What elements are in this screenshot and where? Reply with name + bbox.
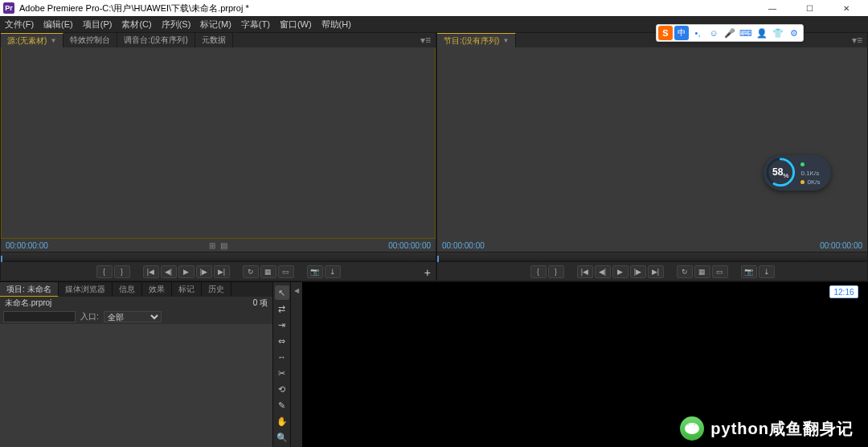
wechat-icon (680, 416, 704, 441)
project-filter-row: 入口: 全部 (0, 310, 272, 324)
menu-file[interactable]: 文件(F) (5, 18, 34, 31)
goto-out-button[interactable]: ▶| (214, 265, 230, 278)
project-info-row: 未命名.prproj 0 项 (0, 297, 272, 310)
tab-audio-mixer[interactable]: 调音台:(没有序列) (117, 33, 194, 47)
mark-in-button[interactable]: { (530, 265, 547, 278)
tab-markers[interactable]: 标记 (172, 282, 202, 297)
maximize-button[interactable]: ☐ (791, 0, 828, 16)
step-fwd-button[interactable]: |▶ (630, 265, 646, 278)
close-button[interactable]: ✕ (828, 0, 865, 16)
ime-toolbar[interactable]: S 中 •, ☺ 🎤 ⌨ 👤 👕 ⚙ (656, 24, 804, 42)
tool-slip[interactable]: ⟲ (275, 382, 289, 396)
timeline-collapse-handle[interactable] (291, 282, 302, 447)
goto-out-button[interactable]: ▶| (648, 265, 664, 278)
fit-icon[interactable]: ⊞ (209, 241, 215, 250)
mark-out-button[interactable]: } (114, 265, 130, 278)
performance-gauge-widget[interactable]: 58% 0.1K/s 0K/s (764, 155, 831, 191)
chevron-down-icon[interactable]: ▼ (50, 37, 56, 44)
filter-select[interactable]: 全部 (104, 311, 162, 322)
play-button[interactable]: ▶ (612, 265, 628, 278)
program-tc-in[interactable]: 00:00:00:00 (442, 241, 485, 250)
output-button[interactable]: ▭ (278, 265, 294, 278)
step-back-button[interactable]: ◀| (595, 265, 611, 278)
loop-button[interactable]: ↻ (243, 265, 259, 278)
menu-sequence[interactable]: 序列(S) (162, 18, 191, 31)
tool-ripple-edit[interactable]: ⇥ (275, 318, 289, 332)
project-panel: 项目: 未命名 媒体浏览器 信息 效果 标记 历史 未命名.prproj 0 项… (0, 282, 273, 447)
tool-hand[interactable]: ✋ (275, 414, 289, 429)
panel-menu-icon[interactable]: ▾≡ (847, 35, 867, 46)
source-time-ruler[interactable] (1, 252, 436, 261)
goto-in-button[interactable]: |◀ (577, 265, 593, 278)
tool-rate-stretch[interactable]: ↔ (275, 350, 289, 364)
tab-metadata[interactable]: 元数据 (195, 33, 233, 47)
tool-selection[interactable]: ↖ (275, 285, 289, 300)
tool-razor[interactable]: ✂ (275, 366, 289, 380)
tool-pen[interactable]: ✎ (275, 398, 289, 412)
step-fwd-button[interactable]: |▶ (196, 265, 212, 278)
ime-softkbd-button[interactable]: ⌨ (739, 26, 753, 40)
menu-help[interactable]: 帮助(H) (321, 18, 351, 31)
export-frame-button[interactable]: ⤓ (759, 265, 775, 278)
ime-account-button[interactable]: 👤 (755, 26, 769, 40)
program-tc-out[interactable]: 00:00:00:00 (820, 241, 862, 250)
source-viewer[interactable] (1, 47, 436, 239)
ime-toolbox-button[interactable]: ⚙ (787, 26, 801, 40)
project-search-input[interactable] (3, 311, 76, 322)
goto-in-button[interactable]: |◀ (143, 265, 159, 278)
tab-media-browser[interactable]: 媒体浏览器 (59, 282, 113, 297)
safe-margins-button[interactable]: ▦ (260, 265, 276, 278)
panel-menu-icon[interactable]: ▾≡ (416, 35, 436, 46)
button-editor-plus[interactable]: + (424, 266, 431, 279)
camera-button[interactable]: 📷 (741, 265, 757, 278)
filter-label: 入口: (80, 311, 99, 322)
tab-source-label: 源:(无素材) (7, 35, 47, 47)
app-name: Adobe Premiere Pro (19, 3, 100, 13)
ime-skin-button[interactable]: 👕 (771, 26, 785, 40)
sogou-logo-icon[interactable]: S (658, 26, 673, 40)
tab-effects[interactable]: 效果 (142, 282, 172, 297)
menu-marker[interactable]: 标记(M) (200, 18, 231, 31)
program-viewer[interactable] (437, 47, 867, 239)
source-tc-in[interactable]: 00:00:00:00 (6, 241, 48, 250)
chevron-down-icon[interactable]: ▼ (502, 37, 509, 44)
ime-lang-toggle[interactable]: 中 (674, 26, 689, 40)
menu-edit[interactable]: 编辑(E) (43, 18, 73, 31)
menu-project[interactable]: 项目(P) (83, 18, 113, 31)
tool-track-select[interactable]: ⇄ (275, 301, 289, 316)
tab-history[interactable]: 历史 (202, 282, 231, 297)
tools-panel: ↖ ⇄ ⇥ ⇔ ↔ ✂ ⟲ ✎ ✋ 🔍 (273, 282, 291, 447)
tool-rolling-edit[interactable]: ⇔ (275, 334, 289, 348)
program-time-ruler[interactable] (437, 252, 867, 261)
project-filename: 未命名.prproj (5, 297, 51, 309)
net-stats: 0.1K/s 0K/s (800, 160, 825, 187)
tool-zoom[interactable]: 🔍 (275, 430, 289, 445)
project-bin-area[interactable] (0, 324, 272, 447)
step-back-button[interactable]: ◀| (161, 265, 177, 278)
ime-punct-toggle[interactable]: •, (690, 26, 705, 40)
camera-button[interactable]: 📷 (307, 265, 323, 278)
timeline-panel[interactable]: python咸鱼翻身记 (291, 282, 868, 447)
menu-window[interactable]: 窗口(W) (280, 18, 312, 31)
project-panel-tabs: 项目: 未命名 媒体浏览器 信息 效果 标记 历史 (0, 282, 272, 297)
menu-clip[interactable]: 素材(C) (121, 18, 151, 31)
ime-voice-button[interactable]: 🎤 (723, 26, 737, 40)
tab-effect-controls[interactable]: 特效控制台 (63, 33, 117, 47)
play-button[interactable]: ▶ (178, 265, 194, 278)
clock-widget[interactable]: 12:16 (829, 285, 858, 298)
lift-button[interactable]: ↻ (677, 265, 693, 278)
res-icon[interactable]: ▤ (220, 241, 227, 250)
export-frame-button[interactable]: ⤓ (325, 265, 341, 278)
mark-in-button[interactable]: { (96, 265, 113, 278)
ime-emoji-button[interactable]: ☺ (706, 26, 721, 40)
tab-program[interactable]: 节目:(没有序列) ▼ (437, 33, 516, 47)
tab-project[interactable]: 项目: 未命名 (0, 282, 59, 297)
mark-out-button[interactable]: } (548, 265, 564, 278)
output-button[interactable]: ▭ (712, 265, 728, 278)
minimize-button[interactable]: — (754, 0, 791, 16)
tab-info[interactable]: 信息 (113, 282, 142, 297)
extract-button[interactable]: ▦ (694, 265, 710, 278)
menu-title[interactable]: 字幕(T) (241, 18, 270, 31)
tab-source[interactable]: 源:(无素材) ▼ (1, 33, 63, 47)
source-tc-out[interactable]: 00:00:00:00 (388, 241, 431, 250)
